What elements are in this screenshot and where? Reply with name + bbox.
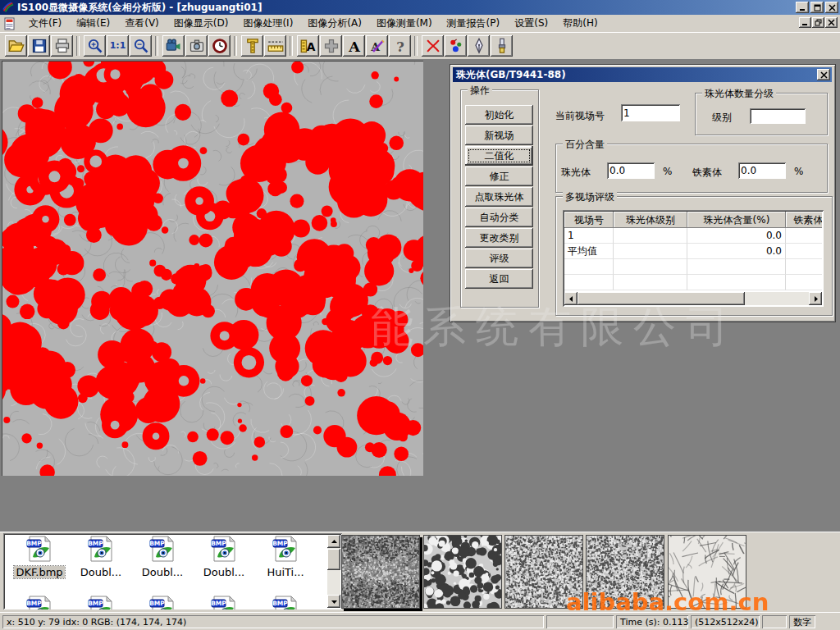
op-button-4[interactable]: 修正 (465, 167, 533, 186)
actual-size-button[interactable]: 1:1 (107, 35, 129, 57)
menu-item[interactable]: 图像测量(M) (369, 15, 440, 32)
camera-button[interactable] (185, 35, 208, 57)
cross-button[interactable] (320, 35, 342, 57)
caliper-button[interactable] (241, 35, 263, 57)
curve-icon (425, 38, 441, 54)
svg-text:BMP: BMP (26, 540, 42, 547)
menu-item[interactable]: 图像处理(I) (235, 15, 300, 32)
zoom-in-button[interactable] (84, 35, 106, 57)
menu-item[interactable]: 编辑(E) (69, 15, 117, 32)
status-image-size: (512x512x24) (691, 615, 760, 628)
file-scrollbar-thumb[interactable] (327, 549, 340, 570)
table-row[interactable] (564, 259, 822, 275)
file-item-partial[interactable]: BMP (256, 596, 315, 609)
dialog-title-bar[interactable]: 珠光体(GB/T9441-88) (453, 67, 832, 82)
menu-item[interactable]: 文件(F) (21, 15, 69, 32)
op-button-9[interactable]: 返回 (465, 269, 533, 289)
table-cell (614, 244, 687, 259)
pen-button[interactable] (468, 35, 490, 57)
video-camera-button[interactable] (162, 35, 185, 57)
edit-text-icon: A (369, 38, 386, 54)
ferrite-input[interactable] (738, 162, 786, 179)
table-row[interactable]: 平均值0.0 (564, 244, 822, 259)
toolbar: 1:1AAA? (0, 32, 840, 60)
bmp-file-icon: BMP (88, 553, 114, 564)
bmp-file-icon: BMP (149, 553, 176, 564)
open-button[interactable] (5, 35, 27, 57)
file-vertical-scrollbar[interactable] (327, 535, 340, 608)
menu-item[interactable]: 图像显示(D) (167, 15, 236, 32)
table-column-header[interactable]: 铁素体含量(%) (786, 212, 822, 228)
clock-button[interactable] (208, 35, 231, 57)
particles-button[interactable] (445, 35, 467, 57)
ferrite-percent-sign: % (794, 166, 803, 177)
table-cell (564, 275, 614, 290)
toolbar-separator (234, 36, 237, 56)
thumbnail-2[interactable] (423, 535, 502, 609)
file-item[interactable]: BMP Doubl... (194, 536, 253, 578)
help-button[interactable]: ? (389, 35, 411, 57)
scrollbar-thumb[interactable] (578, 292, 745, 305)
file-item[interactable]: BMP Doubl... (71, 536, 130, 578)
maximize-button[interactable] (810, 2, 824, 13)
op-button-5[interactable]: 点取珠光体 (465, 187, 533, 207)
op-button-6[interactable]: 自动分类 (465, 208, 533, 227)
current-field-input[interactable] (621, 104, 680, 121)
mdi-close-button[interactable] (825, 17, 838, 28)
table-row[interactable] (564, 275, 822, 290)
status-coordinates: x: 510 y: 79 idx: 0 RGB: (174, 174, 174) (2, 615, 544, 628)
table-row[interactable]: 10.0 (564, 228, 822, 244)
measure-text-button[interactable]: A (297, 35, 319, 57)
mdi-minimize-button[interactable] (799, 17, 811, 28)
pearlite-input[interactable] (607, 162, 655, 179)
menu-item[interactable]: 图像分析(A) (300, 15, 369, 32)
table-column-header[interactable]: 珠光体含量(%) (687, 212, 786, 228)
mdi-restore-button[interactable] (812, 17, 824, 28)
text-button[interactable]: A (343, 35, 365, 57)
edit-text-button[interactable]: A (366, 35, 388, 57)
print-button[interactable] (51, 35, 73, 57)
thumbnail-1[interactable] (341, 535, 420, 609)
ruler-button[interactable] (264, 35, 286, 57)
brush-button[interactable] (491, 35, 513, 57)
scroll-down-icon[interactable] (327, 595, 340, 608)
menu-item[interactable]: 查看(V) (117, 15, 167, 32)
menu-item[interactable]: 测量报告(P) (440, 15, 508, 32)
file-item[interactable]: BMP HuiTi... (256, 536, 315, 578)
caliper-icon (244, 38, 261, 54)
thumbnail-3[interactable] (504, 535, 583, 609)
thumbnail-5[interactable] (668, 535, 746, 609)
table-column-header[interactable]: 珠光体级别 (614, 212, 687, 228)
op-button-3[interactable]: 二值化 (465, 146, 533, 166)
help-icon: ? (392, 38, 409, 54)
svg-text:BMP: BMP (272, 540, 288, 547)
curve-button[interactable] (422, 35, 444, 57)
table-horizontal-scrollbar[interactable] (564, 292, 822, 305)
table-column-header[interactable]: 视场号 (564, 212, 614, 228)
save-button[interactable] (28, 35, 50, 57)
close-button[interactable] (825, 2, 838, 13)
menu-item[interactable]: 设置(S) (507, 15, 555, 32)
op-button-1[interactable]: 初始化 (465, 105, 533, 125)
op-button-2[interactable]: 新视场 (465, 126, 533, 145)
zoom-out-button[interactable] (130, 35, 152, 57)
file-item-partial[interactable]: BMP (133, 596, 192, 609)
scroll-up-icon[interactable] (327, 535, 340, 548)
scroll-left-icon[interactable] (564, 292, 578, 305)
op-button-8[interactable]: 评级 (465, 249, 533, 268)
file-item[interactable]: BMP Doubl... (133, 536, 192, 578)
file-item-partial[interactable]: BMP (71, 596, 130, 609)
thumbnail-4[interactable] (586, 535, 664, 609)
main-image-canvas[interactable] (2, 61, 423, 476)
scroll-right-icon[interactable] (809, 292, 822, 305)
menu-item[interactable]: 帮助(H) (555, 15, 605, 32)
file-item-partial[interactable]: BMP (194, 596, 253, 609)
file-browser[interactable]: BMP DKF.bmp BMP Doubl... BMP Doubl... BM… (3, 533, 342, 609)
grading-table[interactable]: 视场号珠光体级别珠光体含量(%)铁素体含量(%) 10.0平均值0.0 (563, 210, 824, 307)
file-item[interactable]: BMP DKF.bmp (10, 536, 69, 578)
op-button-7[interactable]: 更改类别 (465, 228, 533, 248)
dialog-close-button[interactable] (817, 69, 830, 80)
file-item-partial[interactable]: BMP (10, 596, 69, 609)
grade-input[interactable] (750, 108, 806, 124)
minimize-button[interactable] (796, 2, 809, 13)
